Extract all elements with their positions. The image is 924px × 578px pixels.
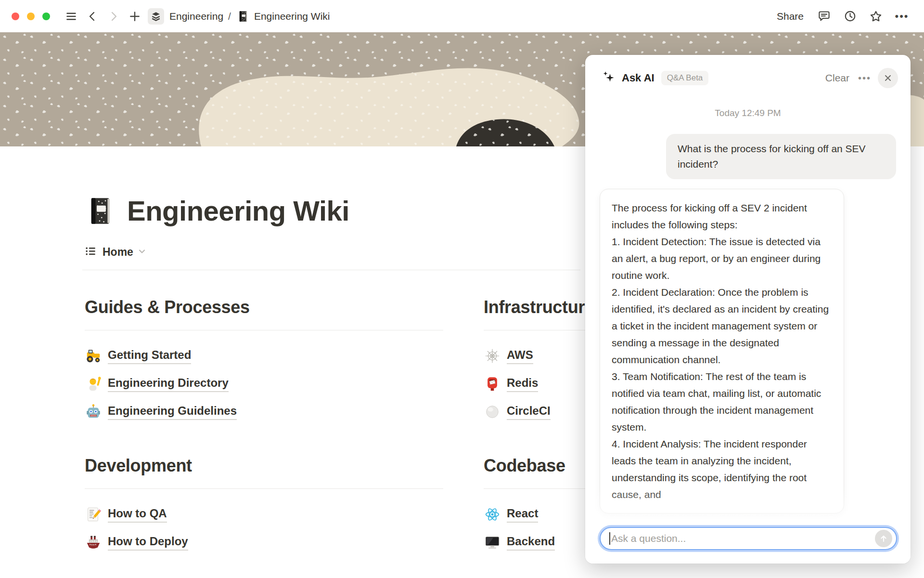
close-window-button[interactable] xyxy=(12,13,19,20)
page-link-label[interactable]: Engineering Directory xyxy=(108,376,229,392)
divider xyxy=(82,270,580,270)
bulleted-list-icon xyxy=(85,245,97,259)
memo-pencil-icon xyxy=(85,506,102,523)
section-guides-processes: Guides & Processes Getting Started Engin… xyxy=(85,297,443,426)
breadcrumb-page[interactable]: Engineering Wiki xyxy=(254,11,330,22)
page-link-label[interactable]: How to QA xyxy=(108,507,167,523)
new-page-icon[interactable] xyxy=(127,8,143,25)
more-options-icon[interactable]: ••• xyxy=(894,8,910,25)
page-link-engineering-directory[interactable]: Engineering Directory xyxy=(85,370,443,398)
section-development: Development How to QA How to Deploy xyxy=(85,456,443,556)
breadcrumb-workspace[interactable]: Engineering xyxy=(169,11,223,22)
sidebar-toggle-icon[interactable] xyxy=(63,8,79,25)
robot-icon xyxy=(85,403,102,420)
toolbar: Engineering / Engineering Wiki Share ••• xyxy=(0,0,924,32)
updates-clock-icon[interactable] xyxy=(842,8,858,25)
zoom-window-button[interactable] xyxy=(42,13,50,20)
view-tab-label: Home xyxy=(103,246,133,259)
share-button[interactable]: Share xyxy=(772,9,808,24)
ai-answer-text: The process for kicking off a SEV 2 inci… xyxy=(612,199,832,503)
page-link-label[interactable]: Redis xyxy=(507,376,538,392)
divider xyxy=(85,330,443,330)
user-question-text: What is the process for kicking off an S… xyxy=(678,141,885,172)
page-link-label[interactable]: AWS xyxy=(507,348,533,364)
forward-icon[interactable] xyxy=(105,8,122,25)
ship-icon xyxy=(85,534,102,551)
back-icon[interactable] xyxy=(84,8,101,25)
ask-ai-panel: Ask AI Q&A Beta Clear ••• Today 12:49 PM… xyxy=(585,55,911,564)
page-link-label[interactable]: Engineering Guidelines xyxy=(108,404,237,420)
tractor-icon xyxy=(85,347,102,365)
teamspace-icon[interactable] xyxy=(148,8,164,25)
spider-web-icon xyxy=(484,347,501,365)
page-link-label[interactable]: React xyxy=(507,507,538,523)
ask-question-inputbar[interactable] xyxy=(600,527,897,550)
page-link-how-to-deploy[interactable]: How to Deploy xyxy=(85,528,443,556)
minimize-window-button[interactable] xyxy=(27,13,35,20)
page-title: Engineering Wiki xyxy=(127,195,349,227)
text-caret xyxy=(609,532,610,545)
divider xyxy=(85,488,443,489)
ai-answer-card: The process for kicking off a SEV 2 inci… xyxy=(600,189,844,513)
page-link-engineering-guidelines[interactable]: Engineering Guidelines xyxy=(85,398,443,426)
toolbar-actions: Share ••• xyxy=(772,8,912,25)
page-link-label[interactable]: How to Deploy xyxy=(108,535,188,551)
send-arrow-icon[interactable] xyxy=(875,530,892,547)
comments-icon[interactable] xyxy=(816,8,832,25)
page-notebook-icon xyxy=(85,196,115,226)
page-link-getting-started[interactable]: Getting Started xyxy=(85,342,443,370)
clear-button[interactable]: Clear xyxy=(821,70,853,86)
notion-window: Engineering / Engineering Wiki Share ••• xyxy=(0,0,924,578)
section-title: Development xyxy=(85,456,443,476)
page-link-how-to-qa[interactable]: How to QA xyxy=(85,500,443,528)
ask-question-input[interactable] xyxy=(611,533,875,544)
breadcrumb: Engineering / Engineering Wiki xyxy=(169,10,330,23)
section-title: Guides & Processes xyxy=(85,297,443,317)
notebook-icon xyxy=(237,10,249,23)
postbox-icon xyxy=(484,375,501,393)
qa-beta-badge: Q&A Beta xyxy=(661,71,709,85)
monitor-icon xyxy=(484,534,501,551)
close-icon[interactable] xyxy=(878,68,898,88)
user-question-bubble: What is the process for kicking off an S… xyxy=(666,134,896,179)
ask-ai-header: Ask AI Q&A Beta Clear ••• xyxy=(585,55,911,89)
breadcrumb-separator: / xyxy=(228,11,231,22)
page-link-label[interactable]: Getting Started xyxy=(108,348,191,364)
chevron-down-icon[interactable] xyxy=(137,247,147,258)
page-link-label[interactable]: Backend xyxy=(507,535,555,551)
favorite-star-icon[interactable] xyxy=(868,8,884,25)
conversation-timestamp: Today 12:49 PM xyxy=(600,108,896,118)
white-circle-icon xyxy=(484,403,501,420)
window-controls xyxy=(12,13,50,20)
ask-ai-title: Ask AI xyxy=(622,72,654,84)
page-link-label[interactable]: CircleCI xyxy=(507,404,551,420)
panel-more-options-icon[interactable]: ••• xyxy=(858,73,871,84)
person-raising-hand-icon xyxy=(85,375,102,393)
react-icon xyxy=(484,506,501,523)
sparkles-ai-icon xyxy=(602,70,616,86)
ask-ai-conversation: Today 12:49 PM What is the process for k… xyxy=(585,89,911,513)
